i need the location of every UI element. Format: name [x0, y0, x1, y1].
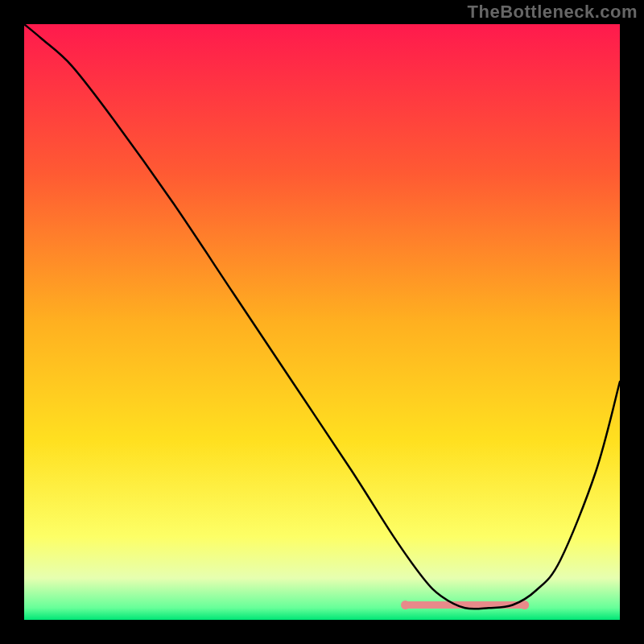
bottleneck-chart — [0, 0, 644, 644]
plot-background — [24, 24, 620, 620]
chart-container: TheBottleneck.com — [0, 0, 644, 644]
watermark-label: TheBottleneck.com — [468, 2, 638, 23]
svg-point-1 — [401, 601, 410, 609]
